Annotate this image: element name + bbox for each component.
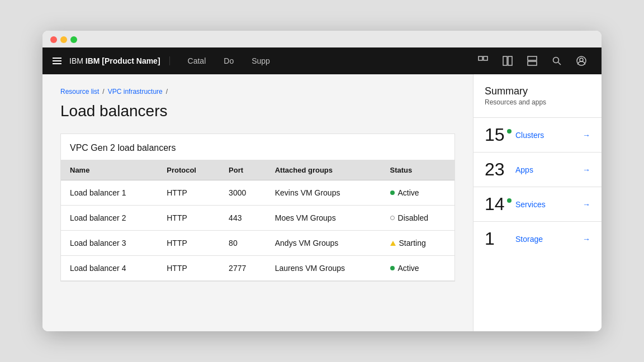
user-icon[interactable] — [570, 47, 593, 74]
summary-arrow-icon[interactable]: → — [583, 200, 590, 209]
summary-resource-link[interactable]: Clusters — [515, 131, 583, 140]
cell-attached-groups: Moes VM Groups — [266, 206, 381, 231]
count-number: 23 — [485, 159, 505, 180]
svg-point-9 — [553, 58, 559, 63]
topnav-link-support[interactable]: Supp — [243, 47, 279, 74]
cell-attached-groups: Laurens VM Groups — [266, 256, 381, 281]
browser-window: IBM IBM [Product Name] Catal Do Supp — [42, 31, 602, 331]
cell-port: 443 — [220, 206, 266, 231]
hamburger-icon[interactable] — [51, 55, 63, 66]
browser-chrome — [42, 31, 602, 47]
col-attached: Attached groups — [266, 160, 381, 180]
summary-title: Summary — [485, 85, 590, 97]
right-panel: Summary Resources and apps 15Clusters→23… — [473, 74, 602, 331]
summary-arrow-icon[interactable]: → — [583, 235, 590, 244]
count-number: 1 — [485, 228, 495, 249]
cell-status: Starting — [381, 231, 454, 256]
breadcrumb-resource-list[interactable]: Resource list — [60, 88, 99, 96]
breadcrumb-sep-1: / — [102, 88, 104, 96]
summary-resource-link[interactable]: Apps — [515, 165, 583, 174]
summary-subtitle: Resources and apps — [485, 98, 590, 106]
dot-red[interactable] — [50, 36, 57, 43]
cell-name: Load balancer 2 — [61, 206, 158, 231]
summary-item: 15Clusters→ — [473, 117, 602, 152]
panels3-icon[interactable] — [521, 47, 543, 74]
cell-status: Disabled — [381, 206, 454, 231]
cell-attached-groups: Andys VM Groups — [266, 231, 381, 256]
summary-arrow-icon[interactable]: → — [583, 131, 590, 140]
clusters-count: 15 — [485, 125, 515, 145]
status-text: Disabled — [398, 213, 428, 222]
summary-items: 15Clusters→23Apps→14Services→1Storage→ — [473, 117, 602, 256]
table-row[interactable]: Load balancer 3HTTP80Andys VM GroupsStar… — [61, 231, 454, 256]
topnav-link-catalog[interactable]: Catal — [179, 47, 215, 74]
topnav-icons — [472, 47, 593, 74]
count-status-dot — [507, 129, 512, 134]
cell-protocol: HTTP — [158, 180, 220, 206]
status-starting-icon — [390, 241, 396, 246]
search-icon[interactable] — [546, 47, 568, 74]
svg-rect-8 — [528, 61, 537, 65]
brand-name: IBM IBM [Product Name] — [69, 56, 170, 65]
cell-protocol: HTTP — [158, 206, 220, 231]
apps-count: 23 — [485, 159, 515, 180]
section-header: VPC Gen 2 load balancers — [61, 134, 454, 160]
section-card: VPC Gen 2 load balancers Name Protocol P… — [60, 134, 455, 282]
summary-item: 23Apps→ — [473, 152, 602, 187]
svg-rect-1 — [53, 60, 61, 61]
svg-rect-0 — [53, 58, 61, 59]
dot-yellow[interactable] — [60, 36, 67, 43]
topnav-link-docs[interactable]: Do — [215, 47, 243, 74]
breadcrumb-vpc[interactable]: VPC infrastructure — [108, 88, 163, 96]
dot-green[interactable] — [70, 36, 77, 43]
col-protocol: Protocol — [158, 160, 220, 180]
table-header: Name Protocol Port Attached groups Statu… — [61, 160, 454, 180]
cell-port: 80 — [220, 231, 266, 256]
summary-arrow-icon[interactable]: → — [583, 165, 590, 174]
svg-rect-5 — [503, 56, 507, 65]
col-status: Status — [381, 160, 454, 180]
cell-name: Load balancer 3 — [61, 231, 158, 256]
count-status-dot — [507, 198, 512, 203]
browser-dots — [50, 36, 594, 43]
cell-status: Active — [381, 180, 454, 206]
page-title: Load balancers — [60, 102, 455, 120]
summary-resource-link[interactable]: Services — [515, 200, 583, 209]
data-table: Name Protocol Port Attached groups Statu… — [61, 160, 454, 281]
svg-rect-3 — [479, 56, 482, 60]
table-row[interactable]: Load balancer 1HTTP3000Kevins VM GroupsA… — [61, 180, 454, 206]
summary-item: 1Storage→ — [473, 221, 602, 256]
left-panel: Resource list / VPC infrastructure / Loa… — [42, 74, 473, 331]
summary-header: Summary Resources and apps — [473, 85, 602, 117]
topnav-links: Catal Do Supp — [179, 47, 472, 74]
col-port: Port — [220, 160, 266, 180]
svg-rect-2 — [53, 63, 61, 64]
cell-port: 2777 — [220, 256, 266, 281]
breadcrumb-sep-2: / — [166, 88, 168, 96]
cell-port: 3000 — [220, 180, 266, 206]
topnav: IBM IBM [Product Name] Catal Do Supp — [42, 47, 602, 74]
status-text: Starting — [399, 239, 426, 247]
status-disabled-icon — [390, 216, 395, 220]
col-name: Name — [61, 160, 158, 180]
cell-name: Load balancer 1 — [61, 180, 158, 206]
svg-point-12 — [580, 58, 583, 61]
table-header-row: Name Protocol Port Attached groups Statu… — [61, 160, 454, 180]
summary-resource-link[interactable]: Storage — [515, 235, 583, 244]
status-text: Active — [398, 264, 419, 273]
count-number: 15 — [485, 125, 505, 145]
cell-protocol: HTTP — [158, 231, 220, 256]
table-row[interactable]: Load balancer 4HTTP2777Laurens VM Groups… — [61, 256, 454, 281]
panels2-icon[interactable] — [496, 47, 519, 74]
svg-line-10 — [558, 63, 561, 65]
summary-item: 14Services→ — [473, 187, 602, 221]
storage-count: 1 — [485, 228, 515, 249]
svg-rect-6 — [508, 56, 512, 65]
status-active-icon — [390, 266, 395, 270]
table-row[interactable]: Load balancer 2HTTP443Moes VM GroupsDisa… — [61, 206, 454, 231]
panels-icon[interactable] — [472, 47, 494, 74]
status-text: Active — [398, 188, 419, 197]
table-body: Load balancer 1HTTP3000Kevins VM GroupsA… — [61, 180, 454, 281]
svg-rect-4 — [484, 56, 487, 60]
status-active-icon — [390, 190, 395, 195]
